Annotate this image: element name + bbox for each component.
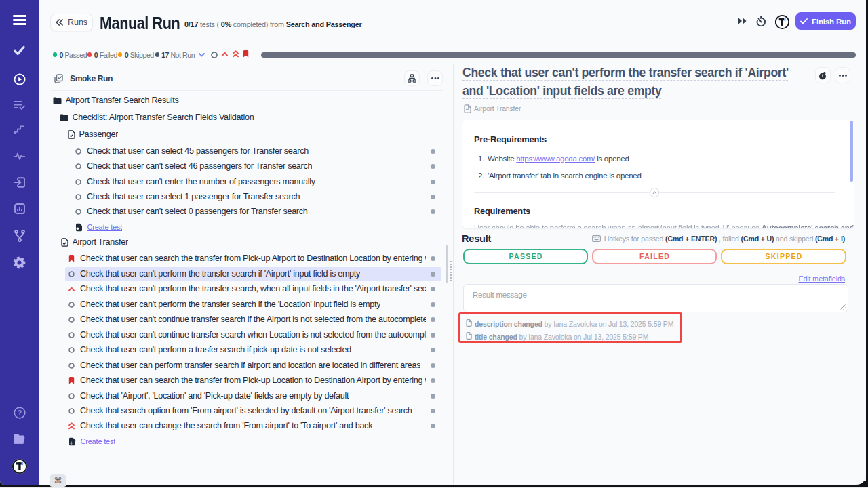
svg-text:?: ? [17,409,21,417]
